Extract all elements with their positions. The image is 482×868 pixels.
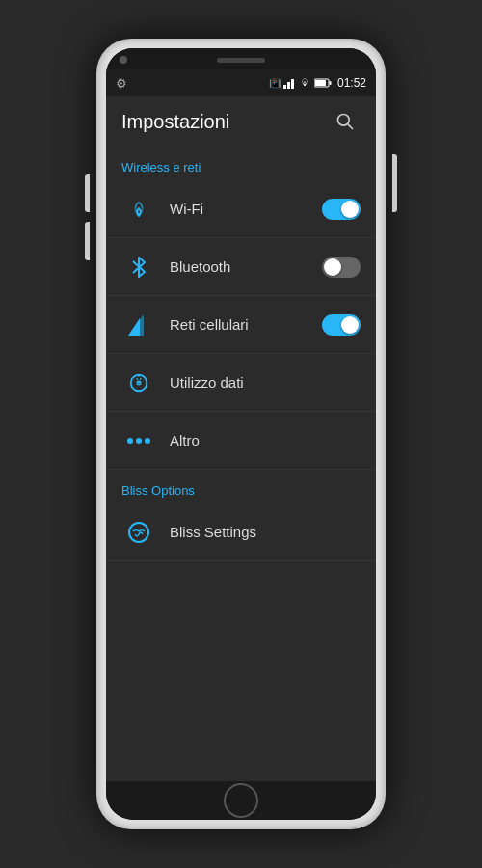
- gear-icon: ⚙: [116, 76, 127, 91]
- bliss-settings-item[interactable]: Bliss Settings: [106, 503, 376, 561]
- svg-rect-5: [315, 80, 326, 86]
- status-bar: ⚙ 📳: [106, 69, 376, 96]
- svg-point-12: [127, 438, 133, 444]
- phone-frame: ⚙ 📳: [96, 39, 386, 829]
- svg-rect-4: [329, 81, 331, 85]
- other-item-icon: [121, 423, 156, 458]
- volume-up-button[interactable]: [85, 174, 90, 212]
- cellular-label: Reti cellulari: [170, 316, 322, 333]
- earpiece-speaker: [217, 58, 265, 63]
- data-usage-item-icon: [121, 366, 156, 400]
- data-usage-label: Utilizzo dati: [170, 374, 361, 391]
- bluetooth-toggle-knob: [324, 258, 341, 276]
- other-item[interactable]: Altro: [106, 412, 376, 470]
- bluetooth-toggle[interactable]: [322, 257, 361, 278]
- svg-marker-0: [283, 85, 286, 89]
- svg-marker-9: [128, 318, 140, 336]
- svg-point-13: [136, 438, 142, 444]
- wifi-item[interactable]: Wi-Fi: [106, 180, 376, 238]
- phone-screen: ⚙ 📳: [106, 48, 376, 820]
- vibrate-icon: 📳: [269, 78, 281, 89]
- bluetooth-item[interactable]: Bluetooth: [106, 238, 376, 296]
- bluetooth-item-icon: [121, 250, 156, 285]
- home-button[interactable]: [224, 783, 258, 818]
- cellular-item[interactable]: Reti cellulari: [106, 296, 376, 354]
- bliss-settings-label: Bliss Settings: [170, 524, 361, 540]
- more-icon: [127, 437, 150, 445]
- status-bar-left: ⚙: [116, 76, 127, 91]
- status-icons: 📳: [269, 77, 332, 89]
- svg-marker-2: [291, 79, 294, 89]
- bliss-icon: [127, 521, 150, 544]
- bliss-section-header: Bliss Options: [106, 470, 376, 503]
- wifi-icon: [298, 78, 311, 88]
- search-button[interactable]: [330, 106, 361, 137]
- wifi-label: Wi-Fi: [170, 201, 322, 217]
- status-bar-right: 📳: [269, 76, 366, 90]
- svg-line-7: [348, 124, 353, 129]
- wifi-toggle-knob: [341, 201, 359, 218]
- wifi-settings-icon: [128, 201, 149, 218]
- data-usage-icon: [128, 372, 149, 393]
- search-icon: [335, 112, 355, 131]
- cellular-item-icon: [121, 308, 156, 342]
- battery-icon: [314, 78, 332, 88]
- volume-down-button[interactable]: [85, 222, 90, 260]
- cellular-toggle[interactable]: [322, 314, 361, 336]
- wireless-section-header: Wireless e reti: [106, 147, 376, 180]
- cellular-icon: [128, 314, 149, 336]
- signal-icon: [283, 77, 295, 89]
- power-button[interactable]: [392, 154, 397, 212]
- app-bar: Impostazioni: [106, 96, 376, 147]
- bluetooth-label: Bluetooth: [170, 258, 322, 275]
- data-usage-item[interactable]: Utilizzo dati: [106, 354, 376, 412]
- cellular-toggle-knob: [341, 316, 359, 334]
- svg-point-14: [145, 438, 150, 444]
- wifi-toggle[interactable]: [322, 199, 361, 220]
- phone-top-decoration: [106, 48, 376, 69]
- svg-marker-1: [287, 82, 290, 89]
- status-time: 01:52: [337, 76, 366, 90]
- settings-screen: Impostazioni Wireless e reti: [106, 96, 376, 781]
- page-title: Impostazioni: [121, 111, 229, 133]
- front-camera: [120, 56, 127, 64]
- wifi-item-icon: [121, 192, 156, 227]
- bliss-settings-item-icon: [121, 515, 156, 550]
- other-label: Altro: [170, 432, 361, 448]
- bluetooth-icon: [130, 256, 147, 279]
- phone-nav-bar: [106, 781, 376, 820]
